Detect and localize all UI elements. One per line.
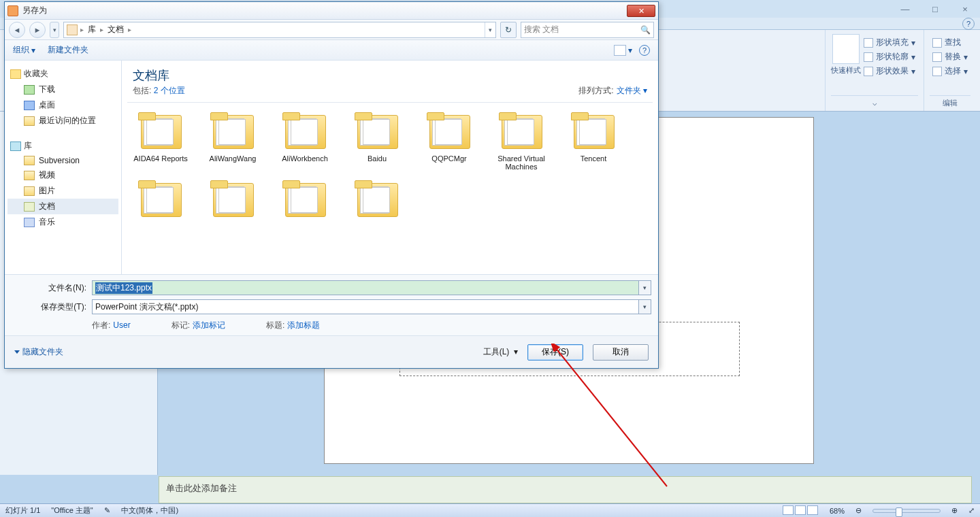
breadcrumb-segment-doc[interactable]: 文档 [103,24,128,35]
tree-recent[interactable]: 最近访问的位置 [7,113,118,129]
folder-item[interactable]: Shared Virtual Machines [485,112,557,171]
filename-dropdown[interactable]: ▾ [639,280,651,295]
replace-button[interactable]: 替换▾ [930,50,970,64]
hide-folders-toggle[interactable]: 隐藏文件夹 [14,346,63,358]
refresh-button[interactable]: ↻ [500,22,517,38]
shape-outline-button[interactable]: 形状轮廓▾ [861,50,918,64]
author-value[interactable]: User [113,320,130,330]
help-icon[interactable]: ? [962,18,975,30]
folder-label: AIDA64 Reports [125,154,197,163]
fit-window-button[interactable]: ⤢ [968,506,975,515]
folder-item[interactable] [125,180,197,239]
desktop-icon [24,101,35,110]
folder-item[interactable] [269,180,341,239]
shape-fill-button[interactable]: 形状填充▾ [861,35,918,50]
star-icon [10,69,21,79]
ribbon-group-dialog-launcher[interactable]: ⌵ [831,95,918,109]
view-icon [614,45,626,56]
dialog-help-button[interactable]: ? [639,45,650,56]
filetype-dropdown[interactable]: ▾ [639,299,651,314]
folder-icon [281,180,329,218]
dialog-close-button[interactable]: ✕ [627,5,655,17]
tools-menu[interactable]: 工具(L) ▾ [483,346,518,358]
folder-item[interactable]: QQPCMgr [413,112,485,171]
tree-favorites[interactable]: 收藏夹 [7,66,118,82]
save-button[interactable]: 保存(S) [527,344,583,361]
zoom-out-button[interactable]: ⊖ [855,506,862,515]
tree-documents[interactable]: 文档 [7,199,118,214]
nav-back-button[interactable]: ◄ [9,22,25,38]
folder-label: QQPCMgr [413,154,485,163]
filetype-select[interactable]: PowerPoint 演示文稿(*.pptx) [92,299,639,314]
tree-libraries[interactable]: 库 [7,138,118,154]
fill-icon [864,38,873,48]
picture-icon [24,186,35,196]
folder-item[interactable]: AIDA64 Reports [125,112,197,171]
organize-menu[interactable]: 组织▾ [13,44,35,56]
nav-forward-button[interactable]: ► [29,22,46,38]
folder-icon [137,180,184,218]
view-mode-button[interactable]: ▾ [614,45,632,56]
zoom-in-button[interactable]: ⊕ [951,506,958,515]
folder-icon [353,180,401,218]
search-icon[interactable]: 🔍 [640,25,651,35]
folder-item[interactable]: AliWorkbench [269,112,341,171]
locations-link[interactable]: 2 个位置 [154,86,185,95]
folder-grid[interactable]: AIDA64 ReportsAliWangWangAliWorkbenchBai… [122,103,658,274]
ribbon-group-shapestyles: 快速样式 形状填充▾ 形状轮廓▾ 形状效果▾ ⌵ [825,30,924,111]
nav-tree[interactable]: 收藏夹 下载 桌面 最近访问的位置 库 Subversion 视频 图片 文档 … [5,61,122,274]
ribbon-group-editing: 查找 替换▾ 选择▾ 编辑 [924,30,976,111]
document-icon [24,202,35,212]
dialog-fields: 文件名(N): 测试中123.pptx ▾ 保存类型(T): PowerPoin… [5,274,658,335]
notes-pane[interactable]: 单击此处添加备注 [159,476,972,503]
quick-style-button[interactable] [832,34,860,64]
ppt-max-button[interactable]: □ [927,4,943,14]
view-buttons[interactable] [782,505,819,516]
status-slide-number: 幻灯片 1/1 [5,505,40,516]
spellcheck-icon[interactable]: ✎ [104,506,110,515]
dialog-toolbar: 组织▾ 新建文件夹 ▾ ? [5,40,658,61]
library-icon [10,141,21,151]
zoom-slider[interactable] [872,509,941,513]
search-input[interactable]: 搜索 文档 🔍 [521,22,654,38]
new-folder-button[interactable]: 新建文件夹 [48,44,88,56]
select-button[interactable]: 选择▾ [930,64,970,78]
breadcrumb-bar[interactable]: ▸ 库 ▸ 文档 ▸ ▾ [63,22,496,38]
folder-item[interactable] [197,180,269,239]
tree-subversion[interactable]: Subversion [7,154,118,167]
folder-label: Tencent [557,154,630,163]
filename-input[interactable]: 测试中123.pptx [92,280,639,295]
outline-icon [864,52,873,62]
find-icon [932,38,942,48]
shape-effects-button[interactable]: 形状效果▾ [861,64,918,78]
tree-desktop[interactable]: 桌面 [7,97,118,113]
chevron-right-icon[interactable]: ▸ [128,26,131,33]
ppt-min-button[interactable]: — [897,4,913,14]
title-value[interactable]: 添加标题 [287,320,320,330]
tree-music[interactable]: 音乐 [7,214,118,230]
location-icon [67,24,78,35]
folder-item[interactable]: AliWangWang [197,112,269,171]
tree-pictures[interactable]: 图片 [7,183,118,199]
library-subtitle: 包括: 2 个位置 [133,85,185,97]
dialog-nav-bar: ◄ ► ▾ ▸ 库 ▸ 文档 ▸ ▾ ↻ 搜索 文档 🔍 [5,20,658,40]
breadcrumb-dropdown[interactable]: ▾ [485,22,495,37]
video-icon [24,171,35,180]
breadcrumb-segment-lib[interactable]: 库 [84,24,100,35]
sort-by[interactable]: 排列方式:文件夹 ▾ [578,85,647,97]
status-language[interactable]: 中文(简体，中国) [121,505,178,516]
folder-icon [209,180,257,218]
find-button[interactable]: 查找 [930,35,970,50]
tags-value[interactable]: 添加标记 [193,320,225,330]
ppt-close-button[interactable]: × [957,4,973,14]
folder-label: Shared Virtual Machines [485,154,557,171]
title-label: 标题: [266,320,284,330]
nav-history-dropdown[interactable]: ▾ [50,22,59,38]
tree-videos[interactable]: 视频 [7,167,118,183]
zoom-level[interactable]: 68% [830,507,845,515]
folder-item[interactable]: Tencent [557,112,630,171]
tree-downloads[interactable]: 下载 [7,82,118,97]
folder-item[interactable] [341,180,413,239]
cancel-button[interactable]: 取消 [593,344,649,361]
folder-item[interactable]: Baidu [341,112,413,171]
